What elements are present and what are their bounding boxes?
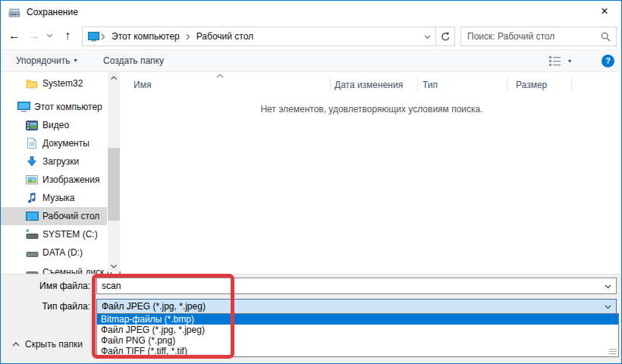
search-box xyxy=(460,27,617,46)
sidebar-item-label: Документы xyxy=(42,138,90,149)
hide-folders-button[interactable]: Скрыть папки xyxy=(12,337,83,352)
column-header-date-modified[interactable]: Дата изменения xyxy=(335,78,403,93)
titlebar: Сохранение × xyxy=(1,1,621,24)
column-header-name[interactable]: Имя xyxy=(134,78,151,93)
up-icon[interactable]: ↑ xyxy=(64,24,71,49)
scroll-down-icon[interactable] xyxy=(108,261,120,272)
column-header-size[interactable]: Размер xyxy=(516,78,547,93)
documents-icon xyxy=(25,138,39,149)
sidebar-item-music[interactable]: Музыка xyxy=(1,189,107,207)
navigation-bar: ← → ↑ Этот компьютер Рабочий стол xyxy=(1,24,621,49)
chevron-up-icon xyxy=(12,342,20,347)
search-input[interactable] xyxy=(461,27,596,46)
sidebar-item-label: Этот компьютер xyxy=(34,102,102,112)
filetype-option-bmp[interactable]: Bitmap-файлы (*.bmp) xyxy=(97,314,618,325)
sidebar-item-system32[interactable]: System32 xyxy=(1,74,107,93)
sidebar-item-label: System32 xyxy=(42,78,83,89)
drive-icon xyxy=(25,247,39,258)
help-button[interactable]: ? xyxy=(602,55,614,67)
breadcrumb-desktop[interactable]: Рабочий стол xyxy=(192,31,258,42)
chevron-down-icon[interactable] xyxy=(605,284,611,289)
chevron-down-icon: ▾ xyxy=(74,57,77,64)
filetype-dropdown-list: Bitmap-файлы (*.bmp) Файл JPEG (*.jpg, *… xyxy=(96,313,619,357)
sidebar-item-label: Рабочий стол xyxy=(42,211,99,221)
command-bar: Упорядочить▾ Создать папку ▾ ? xyxy=(1,49,621,72)
column-separator xyxy=(571,77,572,92)
hide-folders-label: Скрыть папки xyxy=(25,339,83,350)
new-folder-label: Создать папку xyxy=(103,55,164,66)
back-icon[interactable]: ← xyxy=(8,24,20,49)
computer-icon xyxy=(88,32,99,42)
organize-button[interactable]: Упорядочить▾ xyxy=(16,50,77,71)
sidebar-item-label: Загрузки xyxy=(42,156,79,167)
filename-label: Имя файла: xyxy=(1,278,90,294)
column-separator xyxy=(330,77,331,92)
video-icon xyxy=(25,121,39,130)
music-icon xyxy=(25,193,39,203)
new-folder-button[interactable]: Создать папку xyxy=(103,50,164,71)
close-icon: × xyxy=(601,4,608,18)
chevron-down-icon xyxy=(605,305,611,309)
computer-icon xyxy=(17,102,30,112)
file-list: Имя Дата изменения Тип Размер Нет элемен… xyxy=(122,72,621,274)
filetype-option-jpeg[interactable]: Файл JPEG (*.jpg, *.jpeg) xyxy=(97,325,618,335)
sidebar-item-this-pc[interactable]: Этот компьютер xyxy=(1,98,107,116)
sidebar-item-label: SYSTEM (C:) xyxy=(42,229,98,240)
sidebar-item-label: Видео xyxy=(42,120,69,130)
empty-list-message: Нет элементов, удовлетворяющих условиям … xyxy=(122,104,621,115)
drive-icon xyxy=(25,267,39,274)
sidebar-item-downloads[interactable]: Загрузки xyxy=(1,152,107,171)
refresh-button[interactable] xyxy=(436,27,455,46)
filename-input[interactable] xyxy=(97,278,595,293)
column-headers: Имя Дата изменения Тип Размер xyxy=(122,74,621,93)
filetype-option-tiff[interactable]: Файл TIFF (*.tiff, *.tif) xyxy=(97,346,618,356)
folder-icon xyxy=(25,79,39,89)
sidebar-item-pictures[interactable]: Изображения xyxy=(1,171,107,189)
sidebar-scrollbar[interactable] xyxy=(108,72,120,272)
search-icon[interactable] xyxy=(601,32,611,42)
breadcrumb-separator-icon xyxy=(186,33,190,40)
save-dialog-window: Сохранение × ← → ↑ Этот компьютер Рабочи… xyxy=(0,0,622,364)
help-icon: ? xyxy=(605,56,611,65)
details-view-icon xyxy=(548,55,561,67)
column-separator xyxy=(507,77,507,92)
sidebar-item-videos[interactable]: Видео xyxy=(1,116,107,134)
filetype-selected-value: Файл JPEG (*.jpg, *.jpeg) xyxy=(102,301,206,312)
history-chevron-icon[interactable] xyxy=(46,33,53,38)
sidebar-item-desktop[interactable]: Рабочий стол xyxy=(1,207,107,225)
column-separator xyxy=(417,77,418,92)
sidebar-item-data-drive[interactable]: DATA (D:) xyxy=(1,243,107,262)
sidebar-item-documents[interactable]: Документы xyxy=(1,134,107,152)
scanner-app-icon xyxy=(8,6,20,18)
filetype-label: Тип файла: xyxy=(1,299,90,315)
downloads-icon xyxy=(25,156,39,167)
breadcrumb-this-pc[interactable]: Этот компьютер xyxy=(107,31,184,42)
filetype-option-png[interactable]: Файл PNG (*.png) xyxy=(97,335,618,346)
view-mode-button[interactable] xyxy=(548,55,561,67)
sidebar-item-removable-drive[interactable]: Съемный диск (F:) xyxy=(1,263,107,274)
scroll-up-icon[interactable] xyxy=(108,72,120,83)
sidebar-item-label: DATA (D:) xyxy=(42,247,83,258)
desktop-icon xyxy=(25,212,39,221)
filename-combobox xyxy=(96,278,617,294)
sidebar-item-label: Изображения xyxy=(42,174,99,185)
system-drive-icon xyxy=(25,229,39,240)
resize-grip[interactable] xyxy=(609,349,617,355)
view-mode-dropdown-icon[interactable]: ▾ xyxy=(568,53,571,70)
close-button[interactable]: × xyxy=(588,1,621,24)
scrollbar-thumb[interactable] xyxy=(108,148,120,221)
pictures-icon xyxy=(25,175,39,184)
window-title: Сохранение xyxy=(27,1,78,24)
address-bar[interactable]: Этот компьютер Рабочий стол xyxy=(82,27,436,46)
forward-icon[interactable]: → xyxy=(28,24,40,49)
column-header-type[interactable]: Тип xyxy=(423,78,438,93)
breadcrumb-separator-icon xyxy=(101,33,105,40)
refresh-icon xyxy=(441,32,451,42)
sidebar-item-system-drive[interactable]: SYSTEM (C:) xyxy=(1,225,107,243)
content-area: System32 Этот компьютер Видео Документы … xyxy=(1,72,621,274)
sidebar-item-label: Музыка xyxy=(42,193,74,203)
address-dropdown-icon[interactable] xyxy=(424,35,431,39)
filetype-select[interactable]: Файл JPEG (*.jpg, *.jpeg) xyxy=(96,299,617,315)
organize-label: Упорядочить xyxy=(16,55,70,66)
sort-ascending-icon xyxy=(216,74,224,78)
